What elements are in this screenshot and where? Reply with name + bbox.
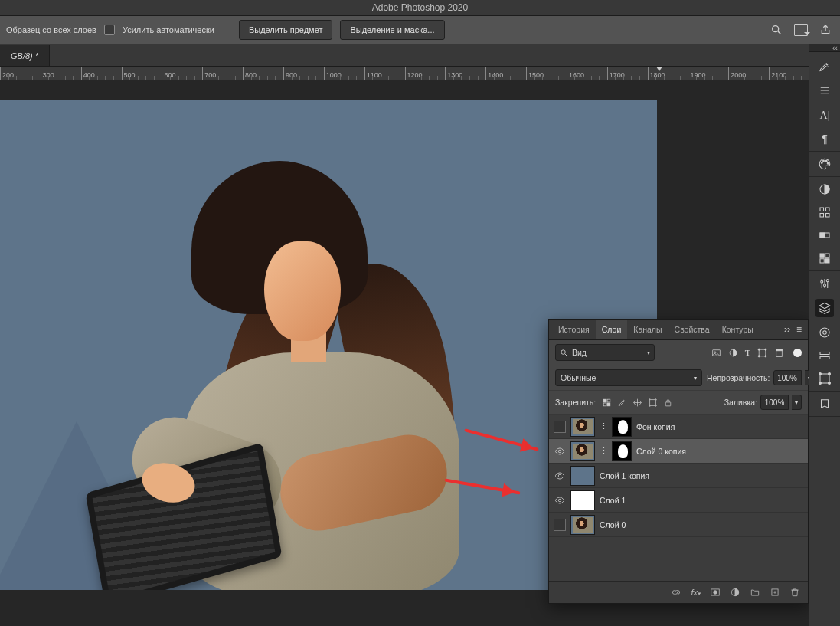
tab-layers[interactable]: Слои [596, 320, 628, 339]
lock-brush-icon[interactable] [617, 398, 627, 408]
mask-link-icon[interactable]: ⋮ [600, 446, 607, 456]
new-layer-icon[interactable] [770, 587, 780, 598]
enhance-auto-label: Усилить автоматически [123, 25, 214, 34]
tab-properties[interactable]: Свойства [668, 320, 716, 339]
character-icon[interactable]: A| [817, 108, 832, 123]
title-bar: Adobe Photoshop 2020 [0, 0, 840, 16]
layer-row[interactable]: Слой 1 копия [549, 464, 808, 488]
layer-row[interactable]: ⋮Фон копия [549, 415, 808, 439]
layer-thumbnail[interactable] [570, 417, 595, 437]
paths-dock-icon[interactable] [817, 371, 832, 386]
svg-rect-37 [820, 233, 825, 238]
dock-collapse-icon[interactable]: ‹‹ [809, 44, 840, 52]
visibility-toggle[interactable] [554, 445, 566, 457]
fill-value[interactable]: 100% [760, 395, 789, 410]
brush-settings-icon[interactable] [817, 60, 832, 75]
screen-mode-icon[interactable] [793, 21, 809, 38]
filter-shape-icon[interactable] [757, 348, 767, 358]
svg-rect-47 [820, 352, 829, 355]
visibility-toggle[interactable] [554, 470, 566, 482]
panel-collapse-icon[interactable]: ›› [784, 324, 790, 335]
fill-dropdown[interactable]: ▾ [792, 395, 802, 410]
paragraph-icon[interactable]: ¶ [817, 131, 832, 146]
svg-point-30 [827, 162, 829, 164]
libraries-icon[interactable] [817, 325, 832, 340]
lock-artboard-icon[interactable] [648, 398, 658, 408]
adjustments-dock-icon[interactable] [817, 276, 832, 291]
delete-layer-icon[interactable] [789, 587, 800, 598]
layer-row[interactable]: Слой 1 [549, 488, 808, 513]
link-layers-icon[interactable] [671, 587, 681, 598]
opacity-value[interactable]: 100% [773, 370, 802, 385]
tab-history[interactable]: История [552, 320, 596, 339]
svg-rect-14 [603, 399, 606, 402]
layer-name[interactable]: Слой 0 [600, 520, 626, 529]
layer-filter-label: Вид [572, 348, 587, 357]
layer-thumbnail[interactable] [570, 515, 595, 535]
properties-dock-icon[interactable] [817, 348, 832, 363]
layer-mask-thumbnail[interactable] [612, 417, 632, 437]
svg-point-51 [829, 373, 831, 375]
styles-icon[interactable] [817, 251, 832, 266]
layer-row[interactable]: ⋮Слой 0 копия [549, 439, 808, 464]
layer-mask-icon[interactable] [710, 587, 721, 598]
layer-name[interactable]: Слой 1 копия [600, 471, 649, 480]
svg-point-50 [819, 373, 822, 375]
panel-footer: fx▾ [549, 581, 808, 603]
svg-point-45 [820, 328, 829, 337]
gradients-icon[interactable] [817, 228, 832, 243]
document-tab[interactable]: GB/8) * [0, 45, 50, 66]
adjustment-layer-icon[interactable] [730, 587, 740, 598]
panel-tabs: История Слои Каналы Свойства Контуры ›› … [549, 320, 808, 340]
blend-mode-select[interactable]: Обычные ▾ [555, 369, 702, 386]
svg-point-46 [823, 331, 827, 335]
tab-channels[interactable]: Каналы [627, 320, 668, 339]
layer-filter-select[interactable]: Вид ▾ [555, 344, 655, 361]
share-icon[interactable] [817, 21, 834, 38]
svg-point-44 [826, 280, 829, 282]
filter-adjustment-icon[interactable] [728, 348, 738, 358]
layer-row[interactable]: Слой 0 [549, 513, 808, 537]
select-and-mask-button[interactable]: Выделение и маска... [340, 20, 444, 40]
svg-line-3 [565, 353, 567, 355]
layer-name[interactable]: Слой 0 копия [636, 447, 686, 456]
panel-menu-icon[interactable]: ≡ [796, 324, 802, 335]
color-icon[interactable] [817, 156, 832, 172]
swatches-icon[interactable] [817, 182, 832, 197]
learn-icon[interactable] [817, 396, 832, 411]
lock-position-icon[interactable] [632, 398, 642, 408]
filter-toggle-switch[interactable] [793, 349, 802, 357]
svg-rect-17 [607, 403, 610, 406]
svg-rect-41 [825, 259, 829, 263]
layer-thumbnail[interactable] [570, 466, 595, 486]
layer-name[interactable]: Слой 1 [600, 496, 626, 505]
layer-mask-thumbnail[interactable] [612, 441, 632, 461]
tab-paths[interactable]: Контуры [716, 320, 760, 339]
svg-rect-39 [825, 254, 829, 257]
layer-thumbnail[interactable] [570, 490, 595, 510]
visibility-toggle[interactable] [554, 494, 566, 506]
filter-type-icon[interactable]: T [745, 348, 750, 357]
layer-name[interactable]: Фон копия [636, 422, 675, 431]
lock-all-icon[interactable] [663, 398, 673, 408]
svg-point-11 [765, 355, 766, 356]
visibility-toggle[interactable] [554, 421, 566, 433]
select-subject-button[interactable]: Выделить предмет [239, 20, 333, 40]
opacity-label: Непрозрачность: [707, 373, 770, 382]
patterns-icon[interactable] [817, 205, 832, 220]
brushes-icon[interactable] [817, 83, 832, 98]
mask-link-icon[interactable]: ⋮ [600, 421, 607, 431]
svg-point-10 [758, 355, 760, 356]
group-layers-icon[interactable] [750, 587, 760, 598]
filter-smart-icon[interactable] [774, 348, 784, 358]
layer-style-icon[interactable]: fx▾ [691, 588, 701, 597]
svg-point-21 [558, 474, 561, 477]
app-title: Adobe Photoshop 2020 [372, 2, 468, 13]
enhance-auto-checkbox[interactable] [104, 25, 115, 35]
filter-image-icon[interactable] [711, 348, 721, 358]
layer-thumbnail[interactable] [570, 441, 595, 461]
search-icon[interactable] [768, 21, 785, 38]
lock-pixels-icon[interactable] [602, 398, 612, 408]
visibility-toggle[interactable] [554, 519, 566, 531]
layers-dock-icon[interactable] [815, 299, 834, 317]
